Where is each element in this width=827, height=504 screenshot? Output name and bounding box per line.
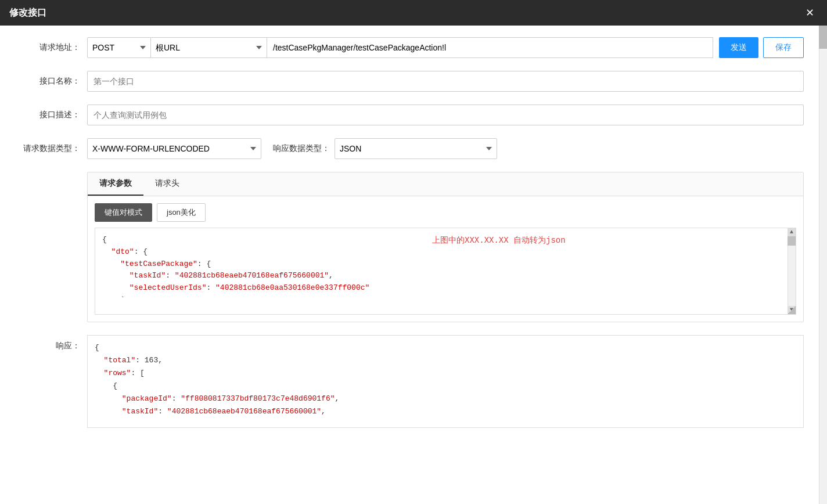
code-scrollbar-track[interactable]: ▼ ▲ (788, 228, 796, 314)
interface-name-input[interactable] (87, 71, 804, 92)
code-area: 上图中的XXX.XX.XX 自动转为json { "dto": { "testC… (95, 228, 796, 315)
response-body: { "total": 163, "rows": [ { "packageId":… (87, 335, 804, 428)
request-data-type-label: 请求数据类型： (23, 143, 87, 154)
interface-name-label: 接口名称： (23, 76, 87, 87)
outer-scrollbar[interactable] (819, 26, 827, 504)
dialog: 修改接口 ✕ 请求地址： POST GET PUT DELETE 根URL 发送 (0, 0, 827, 504)
mode-buttons: 键值对模式 json美化 (95, 203, 796, 222)
scroll-up-btn[interactable]: ▲ (788, 228, 796, 236)
url-input[interactable] (267, 37, 713, 58)
resize-handle[interactable] (788, 306, 796, 314)
response-type-select[interactable]: JSON XML HTML text (335, 138, 497, 159)
outer-scrollbar-thumb[interactable] (819, 26, 827, 49)
interface-desc-input[interactable] (87, 105, 804, 125)
base-url-select[interactable]: 根URL (151, 37, 267, 58)
request-url-row: 请求地址： POST GET PUT DELETE 根URL 发送 保存 (23, 37, 804, 58)
data-type-row-inner: X-WWW-FORM-URLENCODED JSON form-data raw… (87, 138, 804, 159)
request-label: 请求地址： (23, 42, 87, 53)
tab-request-headers[interactable]: 请求头 (143, 172, 191, 196)
method-select[interactable]: POST GET PUT DELETE (87, 37, 151, 58)
url-row: POST GET PUT DELETE 根URL 发送 保存 (87, 37, 804, 58)
params-panel: 请求参数 请求头 键值对模式 json美化 上图中的XXX.XX.XX 自动转为… (87, 172, 804, 322)
save-button[interactable]: 保存 (763, 37, 804, 58)
response-label: 响应： (23, 335, 87, 351)
dialog-header: 修改接口 ✕ (0, 0, 827, 26)
dialog-title: 修改接口 (9, 7, 46, 19)
interface-desc-row: 接口描述： (23, 105, 804, 125)
response-type-label: 响应数据类型： (273, 143, 330, 154)
response-type-group: 响应数据类型： JSON XML HTML text (273, 138, 497, 159)
response-row: 响应： { "total": 163, "rows": [ { "package… (23, 335, 804, 428)
close-button[interactable]: ✕ (802, 6, 818, 19)
send-button[interactable]: 发送 (719, 37, 758, 58)
json-mode-button[interactable]: json美化 (157, 203, 206, 222)
kv-mode-button[interactable]: 键值对模式 (95, 203, 152, 222)
data-type-row: 请求数据类型： X-WWW-FORM-URLENCODED JSON form-… (23, 138, 804, 159)
panel-tabs: 请求参数 请求头 (88, 172, 803, 196)
interface-name-row: 接口名称： (23, 71, 804, 92)
params-panel-row: 请求参数 请求头 键值对模式 json美化 上图中的XXX.XX.XX 自动转为… (23, 172, 804, 322)
dialog-body: 请求地址： POST GET PUT DELETE 根URL 发送 保存 接口名… (0, 26, 827, 504)
panel-body: 键值对模式 json美化 上图中的XXX.XX.XX 自动转为json { "d… (88, 196, 803, 322)
interface-desc-label: 接口描述： (23, 110, 87, 120)
request-type-select[interactable]: X-WWW-FORM-URLENCODED JSON form-data raw (87, 138, 261, 159)
tab-request-params[interactable]: 请求参数 (88, 172, 143, 196)
